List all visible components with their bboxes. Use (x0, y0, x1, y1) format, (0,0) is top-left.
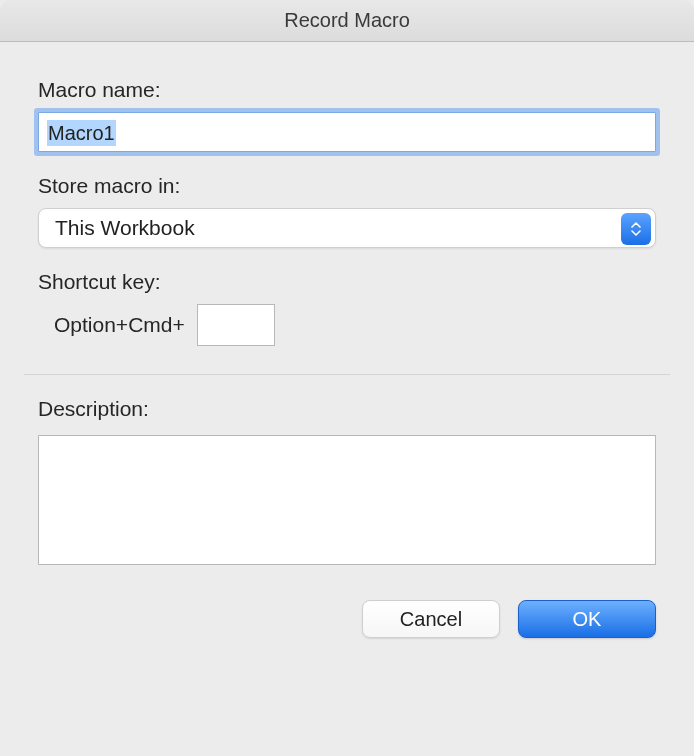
shortcut-row: Option+Cmd+ (38, 304, 656, 346)
dialog-content: Macro name: Macro1 Store macro in: This … (0, 42, 694, 666)
store-in-label: Store macro in: (38, 174, 656, 198)
description-textarea[interactable] (38, 435, 656, 565)
shortcut-key-label: Shortcut key: (38, 270, 656, 294)
store-in-value: This Workbook (55, 216, 195, 240)
macro-name-input-wrap[interactable]: Macro1 (38, 112, 656, 152)
description-label: Description: (38, 397, 656, 421)
ok-button[interactable]: OK (518, 600, 656, 638)
dialog-title: Record Macro (284, 9, 410, 32)
shortcut-prefix: Option+Cmd+ (54, 313, 185, 337)
ok-button-label: OK (573, 608, 602, 631)
updown-caret-icon (621, 213, 651, 245)
cancel-button[interactable]: Cancel (362, 600, 500, 638)
divider (24, 374, 670, 375)
macro-name-input[interactable] (39, 113, 655, 151)
macro-name-label: Macro name: (38, 78, 656, 102)
shortcut-key-input[interactable] (197, 304, 275, 346)
cancel-button-label: Cancel (400, 608, 462, 631)
button-row: Cancel OK (38, 600, 656, 638)
dialog-titlebar: Record Macro (0, 0, 694, 42)
store-in-select[interactable]: This Workbook (38, 208, 656, 248)
